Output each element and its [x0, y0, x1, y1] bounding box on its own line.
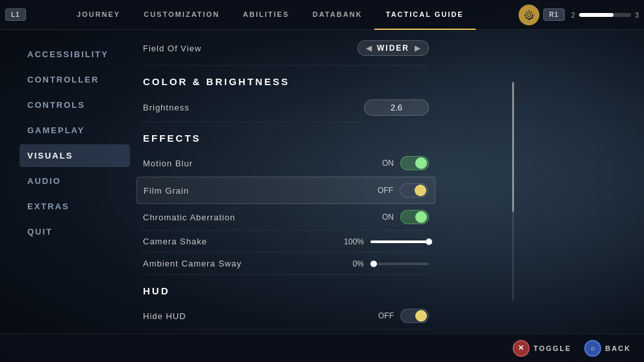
hide-hud-toggle[interactable] [400, 309, 429, 323]
tab-abilities[interactable]: ABILITIES [231, 0, 301, 30]
brightness-row: Brightness 2.6 [143, 94, 429, 122]
fov-row: Field Of View ◀ WIDER ▶ [143, 30, 429, 66]
brightness-value[interactable]: 2.6 [364, 99, 429, 116]
sidebar-item-quit[interactable]: QUIT [19, 220, 130, 243]
brightness-label: Brightness [143, 103, 189, 112]
content-area: Field Of View ◀ WIDER ▶ COLOR & BRIGHTNE… [130, 30, 442, 333]
hide-hud-row: Hide HUD OFF [143, 303, 429, 330]
tab-journey[interactable]: JOURNEY [65, 0, 132, 30]
tab-customization[interactable]: CUSTOMIZATION [132, 0, 231, 30]
camera-shake-knob [426, 239, 432, 245]
camera-shake-slider[interactable] [370, 240, 429, 243]
back-label: BACK [605, 344, 631, 352]
tab-tactical-guide[interactable]: TACTICAL GUIDE [374, 0, 476, 30]
progress-start-label: 2 [571, 11, 575, 19]
film-grain-toggle[interactable] [400, 183, 428, 198]
chromatic-aberration-knob [415, 211, 427, 223]
film-grain-knob [415, 185, 426, 196]
film-grain-row: Film Grain OFF [136, 177, 435, 204]
camera-shake-label: Camera Shake [143, 237, 207, 246]
motion-blur-toggle[interactable] [400, 156, 429, 170]
film-grain-value: OFF [370, 186, 393, 195]
chromatic-aberration-toggle[interactable] [400, 210, 429, 224]
tab-databank[interactable]: DATABANK [301, 0, 374, 30]
sidebar-item-extras[interactable]: EXTRAS [19, 195, 130, 218]
ambient-camera-sway-value: 0% [341, 259, 364, 268]
bottom-bar: ✕ TOGGLE ○ BACK [0, 333, 644, 362]
right-nav-button[interactable]: R1 [543, 8, 565, 21]
toggle-icon: ✕ [513, 340, 530, 357]
sidebar-item-controller[interactable]: CONTROLLER [19, 68, 130, 91]
ambient-camera-sway-slider[interactable] [370, 263, 429, 265]
camera-shake-fill [370, 240, 429, 243]
hide-hud-right: OFF [371, 309, 429, 323]
sidebar-item-accessibility[interactable]: ACCESSIBILITY [19, 43, 130, 66]
ambient-camera-sway-track [370, 263, 429, 265]
progress-bar-fill [579, 13, 613, 17]
chromatic-aberration-value: ON [371, 213, 394, 222]
scrollbar-indicator[interactable] [512, 82, 514, 301]
fov-value: WIDER [377, 44, 409, 53]
motion-blur-label: Motion Blur [143, 159, 193, 168]
hud-header: HUD [143, 275, 429, 303]
chromatic-aberration-row: Chromatic Aberration ON [143, 204, 429, 231]
ambient-camera-sway-label: Ambient Camera Sway [143, 259, 242, 268]
camera-shake-row: Camera Shake 100% [143, 231, 429, 253]
film-grain-right: OFF [370, 183, 428, 198]
progress-end-label: 3 [635, 11, 639, 19]
motion-blur-value: ON [371, 159, 394, 168]
progress-indicator: 2 3 [571, 11, 639, 19]
back-button[interactable]: ○ BACK [584, 340, 631, 357]
fov-right-arrow[interactable]: ▶ [415, 44, 420, 53]
ambient-camera-sway-knob [370, 261, 377, 267]
back-icon: ○ [584, 340, 601, 357]
ambient-camera-sway-right: 0% [341, 259, 429, 268]
progress-bar [579, 13, 631, 17]
camera-shake-track [370, 240, 429, 243]
film-grain-label: Film Grain [144, 186, 189, 196]
ambient-camera-sway-row: Ambient Camera Sway 0% [143, 253, 429, 275]
motion-blur-knob [415, 157, 427, 169]
sidebar-item-visuals[interactable]: VISUALS [19, 144, 130, 167]
fov-label: Field Of View [143, 44, 201, 53]
settings-gear-icon[interactable] [519, 5, 539, 25]
motion-blur-right: ON [371, 156, 429, 170]
nav-tabs: JOURNEY CUSTOMIZATION ABILITIES DATABANK… [26, 0, 515, 30]
sidebar-item-gameplay[interactable]: GAMEPLAY [19, 119, 130, 142]
hide-hud-knob [415, 310, 427, 322]
scrollbar-thumb [512, 82, 514, 212]
fov-left-arrow[interactable]: ◀ [366, 44, 372, 53]
chromatic-aberration-right: ON [371, 210, 429, 224]
color-brightness-header: COLOR & BRIGHTNESS [143, 66, 429, 94]
toggle-button[interactable]: ✕ TOGGLE [513, 340, 571, 357]
left-nav-button[interactable]: L1 [5, 8, 26, 21]
hide-hud-label: Hide HUD [143, 311, 187, 321]
motion-blur-row: Motion Blur ON [143, 150, 429, 177]
sidebar-item-audio[interactable]: AUDIO [19, 170, 130, 192]
top-navigation: L1 JOURNEY CUSTOMIZATION ABILITIES DATAB… [0, 0, 644, 30]
sidebar: ACCESSIBILITY CONTROLLER CONTROLS GAMEPL… [0, 30, 130, 333]
main-layout: ACCESSIBILITY CONTROLLER CONTROLS GAMEPL… [0, 30, 644, 333]
toggle-label: TOGGLE [534, 344, 571, 352]
chromatic-aberration-label: Chromatic Aberration [143, 213, 235, 222]
hide-hud-value: OFF [371, 311, 394, 320]
camera-shake-right: 100% [341, 237, 429, 246]
effects-header: EFFECTS [143, 122, 429, 150]
sidebar-item-controls[interactable]: CONTROLS [19, 94, 130, 116]
camera-shake-value: 100% [341, 237, 364, 246]
fov-control: ◀ WIDER ▶ [357, 40, 429, 56]
